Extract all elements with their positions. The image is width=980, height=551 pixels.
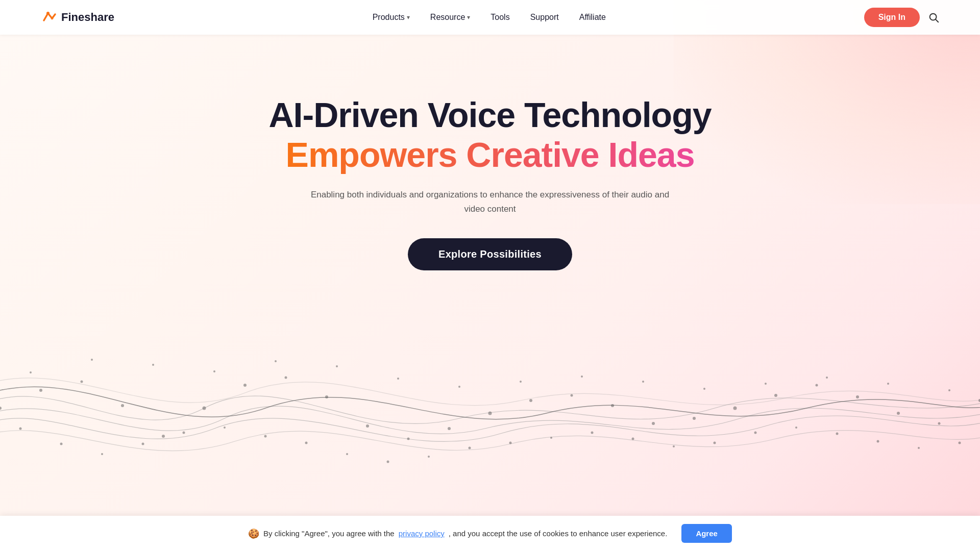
search-icon bbox=[928, 12, 939, 23]
svg-line-3 bbox=[936, 19, 938, 22]
svg-point-0 bbox=[46, 12, 50, 15]
svg-point-13 bbox=[366, 424, 369, 428]
svg-point-17 bbox=[529, 399, 532, 402]
nav-affiliate[interactable]: Affiliate bbox=[579, 13, 606, 22]
svg-point-40 bbox=[469, 447, 471, 449]
svg-point-65 bbox=[765, 383, 767, 385]
hero-title-line2: Empowers Creative Ideas bbox=[286, 134, 695, 176]
svg-point-44 bbox=[632, 438, 634, 440]
logo-link[interactable]: Fineshare bbox=[41, 9, 114, 26]
hero-section: AI-Driven Voice Technology Empowers Crea… bbox=[0, 0, 980, 551]
svg-point-35 bbox=[264, 435, 267, 438]
svg-point-62 bbox=[581, 375, 583, 378]
explore-button[interactable]: Explore Possibilities bbox=[408, 238, 572, 270]
svg-point-6 bbox=[81, 381, 83, 383]
svg-point-58 bbox=[336, 365, 338, 367]
svg-point-31 bbox=[101, 453, 103, 455]
svg-point-9 bbox=[203, 407, 206, 410]
svg-point-1 bbox=[51, 17, 54, 20]
svg-point-42 bbox=[550, 437, 552, 439]
chevron-down-icon: ▾ bbox=[407, 14, 410, 21]
svg-point-46 bbox=[714, 442, 716, 444]
svg-point-67 bbox=[887, 383, 889, 385]
navbar: Fineshare Products ▾ Resource ▾ Tools Su… bbox=[0, 0, 980, 35]
svg-point-56 bbox=[213, 370, 215, 372]
logo-text: Fineshare bbox=[61, 11, 114, 24]
svg-point-16 bbox=[488, 412, 492, 415]
svg-point-49 bbox=[836, 433, 839, 435]
svg-point-21 bbox=[693, 417, 696, 420]
nav-actions: Sign In bbox=[864, 8, 939, 27]
svg-point-4 bbox=[0, 407, 2, 410]
svg-point-11 bbox=[285, 377, 287, 379]
chevron-down-icon: ▾ bbox=[467, 14, 470, 21]
sign-in-button[interactable]: Sign In bbox=[864, 8, 920, 27]
svg-point-43 bbox=[591, 432, 594, 434]
svg-point-14 bbox=[407, 438, 410, 440]
nav-products[interactable]: Products ▾ bbox=[373, 13, 410, 22]
svg-point-19 bbox=[611, 404, 614, 407]
svg-point-30 bbox=[60, 443, 63, 445]
svg-point-51 bbox=[918, 447, 920, 449]
svg-point-7 bbox=[121, 404, 124, 407]
logo-icon bbox=[41, 9, 57, 26]
svg-point-37 bbox=[346, 453, 348, 455]
nav-resource[interactable]: Resource ▾ bbox=[430, 13, 470, 22]
cookie-prefix: By clicking "Agree", you agree with the bbox=[263, 529, 395, 538]
privacy-policy-link[interactable]: privacy policy bbox=[399, 529, 445, 538]
svg-point-57 bbox=[275, 360, 277, 362]
hero-content: AI-Driven Voice Technology Empowers Crea… bbox=[0, 35, 980, 270]
svg-point-12 bbox=[325, 395, 328, 398]
svg-point-39 bbox=[428, 456, 430, 458]
svg-point-22 bbox=[733, 407, 737, 410]
svg-point-26 bbox=[897, 412, 900, 415]
svg-point-61 bbox=[520, 381, 522, 383]
svg-point-15 bbox=[448, 427, 451, 430]
svg-point-50 bbox=[877, 440, 879, 443]
svg-point-66 bbox=[826, 377, 828, 379]
svg-point-68 bbox=[948, 389, 950, 391]
svg-point-34 bbox=[224, 427, 226, 429]
cookie-text: 🍪 By clicking "Agree", you agree with th… bbox=[248, 528, 667, 539]
svg-point-63 bbox=[642, 381, 644, 383]
svg-point-41 bbox=[509, 442, 512, 444]
search-button[interactable] bbox=[928, 12, 939, 23]
cookie-suffix: , and you accept the use of cookies to e… bbox=[449, 529, 668, 538]
svg-point-54 bbox=[91, 359, 93, 361]
svg-point-27 bbox=[938, 422, 941, 425]
wave-visualization: .wave-line { fill: none; stroke: #999; s… bbox=[0, 306, 980, 510]
svg-point-59 bbox=[397, 378, 399, 380]
nav-tools[interactable]: Tools bbox=[491, 13, 509, 22]
svg-point-18 bbox=[571, 394, 573, 397]
svg-point-25 bbox=[856, 395, 859, 398]
hero-subtitle: Enabling both individuals and organizati… bbox=[306, 188, 674, 215]
svg-point-60 bbox=[458, 386, 460, 388]
nav-links: Products ▾ Resource ▾ Tools Support Affi… bbox=[373, 13, 606, 22]
cookie-emoji: 🍪 bbox=[248, 528, 259, 539]
svg-point-24 bbox=[816, 384, 818, 387]
svg-point-64 bbox=[703, 388, 705, 390]
svg-point-20 bbox=[652, 422, 655, 425]
svg-point-55 bbox=[152, 364, 154, 366]
svg-point-29 bbox=[19, 428, 22, 430]
svg-point-48 bbox=[795, 427, 797, 429]
nav-support[interactable]: Support bbox=[530, 13, 559, 22]
svg-point-38 bbox=[387, 461, 389, 463]
svg-point-47 bbox=[754, 432, 757, 434]
svg-point-5 bbox=[39, 389, 42, 392]
svg-point-52 bbox=[959, 442, 961, 444]
svg-point-32 bbox=[142, 443, 144, 445]
svg-point-36 bbox=[305, 442, 308, 444]
svg-point-53 bbox=[30, 371, 32, 373]
hero-title-gradient: Empowers Creative Ideas bbox=[286, 135, 695, 174]
hero-title-line1: AI-Driven Voice Technology bbox=[269, 96, 712, 134]
cookie-banner: 🍪 By clicking "Agree", you agree with th… bbox=[0, 516, 980, 551]
svg-point-10 bbox=[243, 384, 247, 387]
agree-button[interactable]: Agree bbox=[681, 524, 732, 543]
svg-point-33 bbox=[183, 432, 185, 434]
svg-point-45 bbox=[673, 445, 675, 447]
svg-point-8 bbox=[162, 435, 165, 438]
svg-point-23 bbox=[774, 394, 777, 397]
